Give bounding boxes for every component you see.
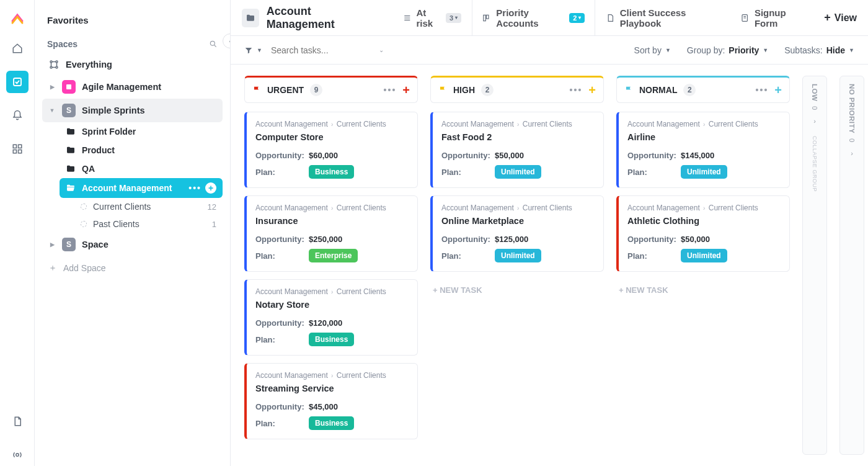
svg-rect-12	[484, 15, 486, 20]
more-icon[interactable]: •••	[188, 183, 202, 193]
folder-icon	[242, 9, 259, 27]
icon-rail	[0, 0, 35, 466]
column-high: HIGH 2 •••+ Account Management › Current…	[430, 76, 604, 455]
docs-icon[interactable]	[6, 410, 29, 432]
task-card[interactable]: Account Management › Current Clients Ath…	[616, 195, 790, 272]
svg-rect-1	[13, 145, 16, 148]
breadcrumb: Account Management › Current Clients	[627, 204, 781, 212]
spaces-section[interactable]: Spaces	[42, 34, 223, 54]
subtasks-dropdown[interactable]: Subtasks: Hide▼	[784, 45, 854, 55]
column-count: 9	[310, 84, 322, 96]
space-agile[interactable]: ▶ Agile Management	[42, 75, 223, 99]
task-card[interactable]: Account Management › Current Clients Ins…	[244, 195, 418, 272]
field-label: Opportunity:	[441, 151, 495, 160]
task-card[interactable]: Account Management › Current Clients Air…	[616, 112, 790, 188]
tab-client-success[interactable]: Client Success Playbook	[595, 0, 730, 35]
svg-rect-13	[487, 15, 489, 19]
tab-signup-form[interactable]: Signup Form	[730, 0, 817, 35]
breadcrumb: Account Management › Current Clients	[255, 204, 409, 212]
folder-sprint[interactable]: Sprint Folder	[60, 122, 223, 141]
collapsed-column[interactable]: LOW 0 › COLLAPSE GROUP	[802, 76, 827, 455]
new-task-button[interactable]: + NEW TASK	[616, 279, 790, 301]
task-card[interactable]: Account Management › Current Clients Com…	[244, 112, 418, 188]
space-generic[interactable]: ▶ S Space	[42, 233, 223, 256]
board-icon	[482, 13, 491, 23]
collapse-sidebar-button[interactable]: ‹	[223, 34, 231, 48]
more-icon[interactable]: •••	[570, 85, 583, 95]
search-input[interactable]	[271, 45, 370, 55]
new-task-button[interactable]: + NEW TASK	[430, 279, 604, 301]
breadcrumb: Account Management › Current Clients	[255, 120, 409, 128]
task-card[interactable]: Account Management › Current Clients Not…	[244, 279, 418, 356]
search-icon[interactable]	[209, 40, 218, 48]
tab-at-risk[interactable]: At risk 3▾	[392, 0, 472, 35]
opportunity-value: $50,000	[495, 151, 524, 160]
more-icon[interactable]: •••	[756, 85, 769, 95]
opportunity-value: $60,000	[309, 151, 338, 160]
flag-icon	[252, 86, 261, 94]
plan-badge: Business	[309, 333, 354, 346]
favorites-section[interactable]: Favorites	[42, 11, 223, 34]
folder-account-management[interactable]: Account Management ••• +	[60, 178, 223, 198]
group-dropdown[interactable]: Group by: Priority▼	[687, 45, 768, 55]
add-space-button[interactable]: ＋ Add Space	[42, 256, 223, 280]
collapse-label: COLLAPSE GROUP	[812, 136, 818, 192]
task-card[interactable]: Account Management › Current Clients Fas…	[430, 112, 604, 188]
folder-product[interactable]: Product	[60, 141, 223, 159]
collapsed-column[interactable]: NO PRIORITY 0 ›	[839, 76, 864, 455]
record-icon[interactable]	[6, 444, 29, 466]
task-card[interactable]: Account Management › Current Clients Onl…	[430, 195, 604, 272]
field-label: Opportunity:	[441, 235, 495, 244]
add-task-icon[interactable]: +	[402, 83, 410, 97]
notifications-icon[interactable]	[6, 104, 29, 127]
chevron-right-icon: ›	[813, 117, 816, 125]
sort-dropdown[interactable]: Sort by▼	[634, 45, 671, 55]
add-view-button[interactable]: + View	[824, 11, 857, 24]
tasks-icon[interactable]	[6, 71, 29, 93]
column-header[interactable]: URGENT 9 •••+	[244, 76, 418, 103]
app-logo[interactable]	[10, 11, 25, 26]
everything-item[interactable]: Everything	[42, 54, 223, 75]
tab-priority-accounts[interactable]: Priority Accounts 2▾	[472, 0, 595, 35]
field-label: Opportunity:	[255, 402, 309, 411]
home-icon[interactable]	[6, 37, 29, 60]
column-header[interactable]: HIGH 2 •••+	[430, 76, 604, 103]
list-past-clients[interactable]: Past Clients 1	[60, 215, 223, 233]
plus-icon: ＋	[48, 262, 57, 274]
card-title: Athletic Clothing	[627, 216, 781, 226]
add-task-icon[interactable]: +	[774, 83, 782, 97]
more-icon[interactable]: •••	[384, 85, 397, 95]
caret-icon: ▶	[48, 241, 56, 248]
add-task-icon[interactable]: +	[588, 83, 596, 97]
plan-badge: Enterprise	[309, 249, 358, 262]
list-current-clients[interactable]: Current Clients 12	[60, 198, 223, 215]
list-count: 12	[208, 202, 216, 212]
plan-badge: Business	[309, 416, 354, 430]
svg-rect-4	[18, 150, 21, 153]
tab-label: Priority Accounts	[496, 7, 564, 29]
svg-rect-2	[18, 145, 21, 148]
svg-point-7	[50, 61, 52, 63]
field-label: Plan:	[255, 335, 309, 344]
folder-label: Account Management	[82, 183, 172, 193]
tab-label: At risk	[416, 7, 441, 29]
folder-qa[interactable]: QA	[60, 159, 223, 178]
breadcrumb: Account Management › Current Clients	[255, 371, 409, 380]
column-count: 2	[683, 84, 696, 96]
card-title: Streaming Service	[255, 383, 409, 393]
task-card[interactable]: Account Management › Current Clients Str…	[244, 363, 418, 439]
tab-label: Signup Form	[755, 7, 806, 29]
caret-icon: ▼	[48, 107, 56, 114]
space-simple-sprints[interactable]: ▼ S Simple Sprints	[42, 99, 223, 122]
list-icon	[403, 13, 412, 23]
toolbar: ▼ ⌄ Sort by▼ Group by: Priority▼ Subtask…	[231, 36, 868, 65]
card-list: Account Management › Current Clients Com…	[244, 112, 418, 439]
chevron-down-icon: ▼	[257, 47, 262, 53]
add-icon[interactable]: +	[205, 182, 216, 194]
filter-button[interactable]: ▼	[244, 46, 262, 55]
chevron-down-icon[interactable]: ⌄	[379, 47, 384, 53]
column-count: 0	[811, 106, 818, 110]
column-header[interactable]: NORMAL 2 •••+	[616, 76, 790, 103]
view-tabs: At risk 3▾ Priority Accounts 2▾ Client S…	[392, 0, 817, 35]
apps-icon[interactable]	[6, 138, 29, 160]
